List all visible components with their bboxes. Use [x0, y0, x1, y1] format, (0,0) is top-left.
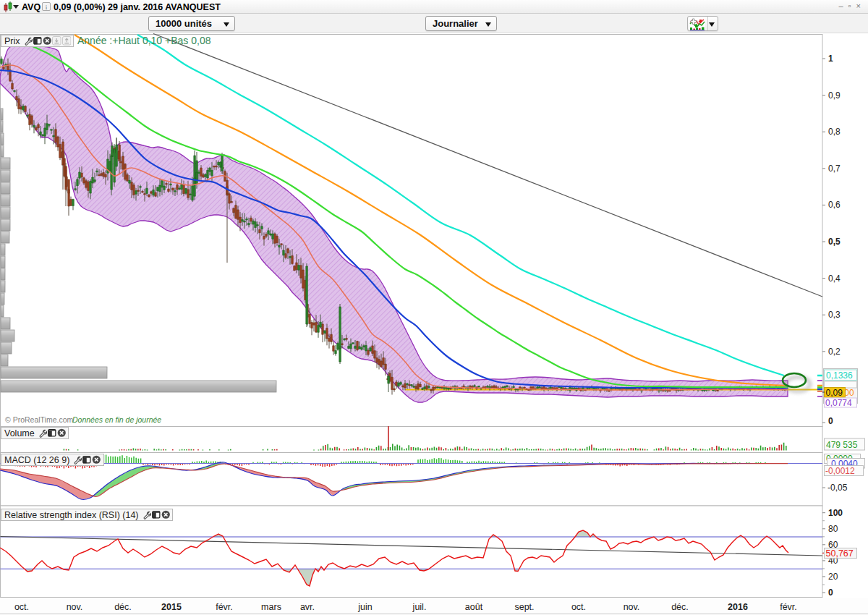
svg-text:févr.: févr.	[780, 602, 797, 612]
svg-text:déc.: déc.	[671, 602, 689, 612]
svg-text:0,9: 0,9	[828, 90, 841, 101]
svg-text:déc.: déc.	[114, 602, 132, 612]
svg-text:0: 0	[828, 416, 833, 426]
svg-text:0,3: 0,3	[828, 310, 841, 320]
svg-text:0,5: 0,5	[828, 237, 841, 247]
svg-text:févr.: févr.	[216, 602, 233, 612]
svg-text:1: 1	[828, 54, 833, 64]
svg-text:Données en fin de journée: Données en fin de journée	[72, 415, 161, 424]
svg-text:oct.: oct.	[571, 602, 586, 612]
svg-text:0,2: 0,2	[828, 347, 841, 357]
svg-text:0: 0	[828, 588, 833, 598]
svg-text:0,4: 0,4	[828, 273, 841, 284]
svg-text:80: 80	[828, 524, 838, 534]
svg-text:0,0774: 0,0774	[825, 398, 852, 408]
svg-text:© ProRealTime.com: © ProRealTime.com	[5, 415, 74, 424]
svg-text:0,09: 0,09	[826, 388, 843, 398]
svg-text:-0,0012: -0,0012	[825, 466, 855, 476]
svg-text:0,6: 0,6	[828, 200, 841, 210]
svg-text:0,8: 0,8	[828, 127, 841, 137]
svg-text:sept.: sept.	[514, 602, 534, 612]
svg-text:20: 20	[828, 572, 838, 582]
svg-text:50,767: 50,767	[826, 548, 854, 559]
svg-text:oct.: oct.	[14, 602, 29, 612]
svg-text:nov.: nov.	[624, 602, 640, 612]
svg-text:août: août	[465, 602, 483, 612]
svg-text:2015: 2015	[161, 602, 182, 612]
svg-text:0,1336: 0,1336	[826, 370, 853, 381]
svg-text:2016: 2016	[728, 602, 748, 612]
svg-text:juil.: juil.	[412, 602, 427, 612]
svg-text:0,7: 0,7	[828, 164, 841, 174]
svg-text:avr.: avr.	[300, 602, 315, 612]
svg-text:479 535: 479 535	[826, 440, 858, 450]
svg-text:mars: mars	[261, 602, 281, 612]
svg-text:-0,05: -0,05	[827, 483, 848, 493]
svg-text:juin: juin	[357, 602, 373, 612]
svg-text:100: 100	[828, 508, 843, 518]
svg-text:nov.: nov.	[67, 602, 83, 612]
